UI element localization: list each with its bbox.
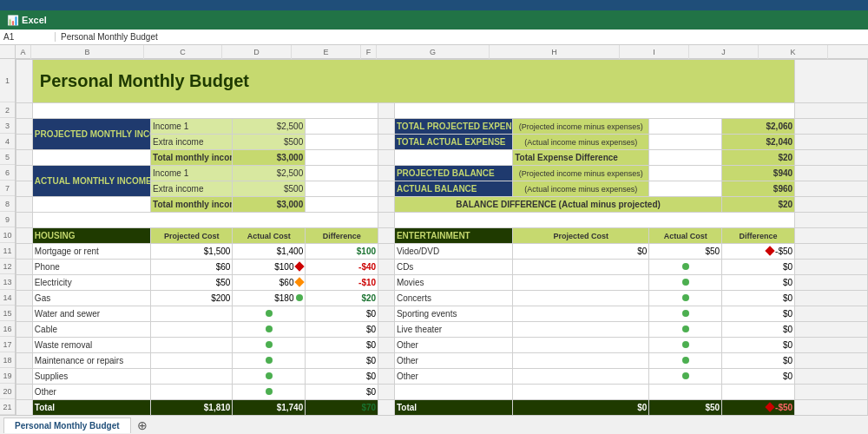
row-3: 3 [0, 118, 15, 134]
sheet-tab-budget[interactable]: Personal Monthly Budget [3, 418, 131, 433]
green-dot-icon15 [266, 388, 273, 395]
r7-i [649, 181, 722, 197]
r9-left [32, 213, 378, 228]
housing-row-8-actual [233, 369, 306, 385]
housing-row-0-label: Mortgage or rent [32, 244, 150, 260]
r8-bal-diff-value: $20 [722, 197, 795, 213]
ent-row-5-actual [649, 322, 722, 338]
row-9: 9 [0, 212, 15, 227]
r4-total-actual-label: TOTAL ACTUAL EXPENSE [394, 135, 512, 150]
ent-row-1-proj [513, 260, 649, 275]
r8-k [795, 197, 868, 213]
r3-income1-label: Income 1 [151, 119, 233, 135]
r20-i [649, 385, 722, 400]
row-21: 21 [0, 399, 15, 415]
row-20: Other $0 [16, 385, 868, 400]
r4-extra-label: Extra income [151, 135, 233, 150]
ent-row-5-diff: $0 [722, 322, 795, 338]
ent-row-7-label: Other [394, 353, 512, 369]
green-dot-icon11 [266, 357, 273, 364]
r3-f [378, 119, 395, 135]
projected-income-label: PROJECTED MONTHLY INCOME [32, 119, 150, 150]
housing-row-8-label: Supplies [32, 369, 150, 385]
r2-k [795, 103, 868, 119]
housing-row-2-actual: $60 [233, 275, 306, 291]
main-content: A B C D E F G H I J K 1 2 3 4 [0, 45, 868, 415]
ent-total-actual: $50 [649, 400, 722, 416]
r8-b [32, 197, 150, 213]
housing-total-proj: $1,810 [151, 400, 233, 416]
r3-total-proj-note: (Projected income minus expenses) [513, 119, 649, 135]
r6-income1-label: Income 1 [151, 166, 233, 181]
r1-k [795, 60, 868, 103]
housing-total-diff: $70 [306, 400, 378, 416]
housing-row-3-proj: $200 [151, 291, 233, 306]
housing-row-7-diff: $0 [306, 353, 378, 369]
r7-a [16, 181, 33, 197]
row-14: 14 [0, 290, 15, 306]
r6-k [795, 166, 868, 181]
housing-row-2-proj: $50 [151, 275, 233, 291]
spreadsheet-scroll[interactable]: Personal Monthly Budget [16, 59, 868, 415]
ent-actual-col: Actual Cost [649, 228, 722, 244]
row-headers: 1 2 3 4 5 6 7 8 9 10 11 12 13 14 15 16 1 [0, 59, 16, 415]
green-dot-icon12 [682, 357, 689, 364]
title-bar [0, 0, 868, 10]
corner-cell [0, 45, 16, 59]
r8-bal-diff-label: BALANCE DIFFERENCE (Actual minus project… [394, 197, 721, 213]
ent-total-label: Total [394, 400, 512, 416]
housing-label: HOUSING [32, 228, 150, 244]
green-dot-icon13 [266, 372, 273, 379]
row-4: 4 [0, 134, 15, 149]
row-16: 16 [0, 321, 15, 337]
red-diamond-icon [765, 246, 774, 255]
ent-row-3-label: Concerts [394, 291, 512, 306]
ent-row-6-diff: $0 [722, 338, 795, 353]
housing-row-4-label: Water and sewer [32, 306, 150, 322]
housing-actual-col: Actual Cost [233, 228, 306, 244]
r6-income1-value: $2,500 [233, 166, 306, 181]
ent-total-diff: -$50 [722, 400, 795, 416]
add-sheet-button[interactable]: ⊕ [135, 418, 150, 433]
housing-row-2-label: Electricity [32, 275, 150, 291]
housing-row-9-proj [151, 385, 233, 400]
r1-a [16, 60, 33, 103]
r4-total-actual-value: $2,040 [722, 135, 795, 150]
actual-income-label: ACTUAL MONTHLY INCOME [32, 166, 150, 197]
ent-row-6-label: Other [394, 338, 512, 353]
housing-row-9-label: Other [32, 385, 150, 400]
r5-b [32, 150, 150, 166]
green-dot-icon2 [682, 279, 689, 286]
col-F-header: F [361, 45, 377, 59]
r8-total-label: Total monthly income [151, 197, 233, 213]
col-header-row: A B C D E F G H I J K [0, 45, 868, 59]
r5-k [795, 150, 868, 166]
housing-row-5-label: Cable [32, 322, 150, 338]
green-dot-icon6 [682, 310, 689, 317]
r3-i [649, 119, 722, 135]
ent-row-8-actual [649, 369, 722, 385]
app-chrome: 📊 Excel A1 Personal Monthly Budget A B C… [0, 0, 868, 434]
ent-diff-col: Difference [722, 228, 795, 244]
row-12: Phone $60 $100 -$40 CDs $0 [16, 260, 868, 275]
formula-bar: A1 Personal Monthly Budget [0, 30, 868, 45]
r4-e [306, 135, 378, 150]
r7-actual-bal-value: $960 [722, 181, 795, 197]
r3-total-proj-value: $2,060 [722, 119, 795, 135]
row-2 [16, 103, 868, 119]
housing-row-0-actual: $1,400 [233, 244, 306, 260]
housing-row-4-actual [233, 306, 306, 322]
row-6: 6 [0, 165, 15, 181]
ent-row-3-actual [649, 291, 722, 306]
row-1: 1 [0, 59, 15, 102]
r9-k [795, 213, 868, 228]
row-14: Gas $200 $180 $20 Concerts $0 [16, 291, 868, 306]
r6-f [378, 166, 395, 181]
green-dot-icon10 [682, 341, 689, 348]
ent-row-0-actual: $50 [649, 244, 722, 260]
r10-k [795, 228, 868, 244]
housing-row-7-actual [233, 353, 306, 369]
r20-j [722, 385, 795, 400]
housing-row-0-diff: $100 [306, 244, 378, 260]
ent-row-1-actual [649, 260, 722, 275]
